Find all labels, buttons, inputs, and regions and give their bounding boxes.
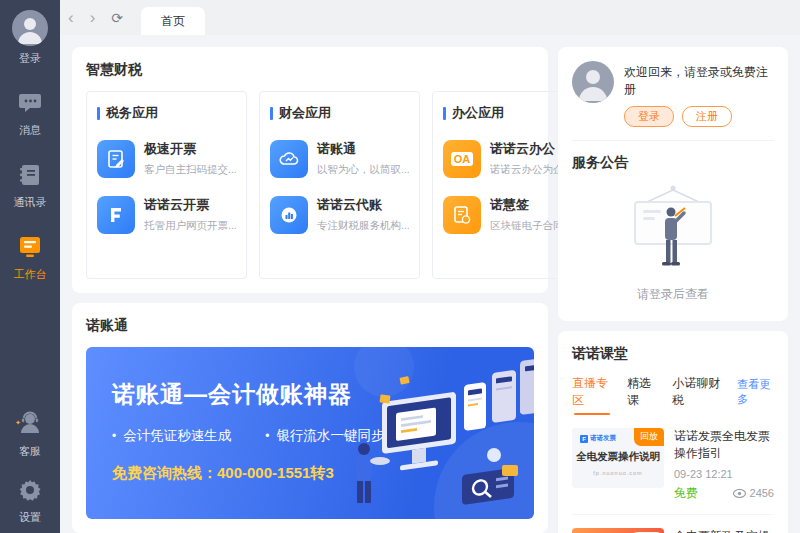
sidebar: 登录 消息 通讯录 工作台 客服 — [0, 0, 60, 533]
app-text: 诺诺云代账 专注财税服务机构... — [317, 196, 409, 233]
header-accent-bar — [97, 107, 100, 120]
content: 智慧财税 税务应用 极速开票 客户自主扫码提交... — [60, 35, 800, 533]
app-item-jisukaipiao[interactable]: 极速开票 客户自主扫码提交... — [97, 140, 236, 178]
welcome-text-block: 欢迎回来，请登录或免费注册 登录 注册 — [624, 61, 774, 127]
course-price: 免费 — [674, 485, 698, 502]
sidebar-item-login[interactable]: 登录 — [12, 10, 48, 66]
thumb-subtitle: fp.nuonuo.com — [593, 470, 642, 476]
notice-empty-text: 请登录后查看 — [572, 286, 774, 307]
classroom-title: 诺诺课堂 — [572, 345, 774, 363]
nuonuo-f-icon — [97, 196, 135, 234]
welcome-text: 欢迎回来，请登录或免费注册 — [624, 64, 774, 98]
banner-illustration — [344, 347, 534, 519]
tab-home[interactable]: 首页 — [141, 7, 205, 35]
topbar: ‹ › ⟳ 首页 — [60, 0, 800, 35]
view-more-link[interactable]: 查看更多 — [737, 377, 774, 413]
sidebar-item-settings[interactable]: 设置 — [19, 479, 41, 525]
nzt-banner[interactable]: 诺账通—会计做账神器 会计凭证秒速生成 银行流水一键同步 免费咨询热线：400-… — [86, 347, 534, 519]
thumb-brand-text: 诺诺发票 — [590, 434, 616, 443]
app-desc: 以智为心，以简驭... — [317, 163, 409, 177]
left-column: 智慧财税 税务应用 极速开票 客户自主扫码提交... — [72, 47, 548, 521]
course-thumbnail-2: 全电票新政 及实操解读 回放 — [572, 528, 664, 533]
refresh-button[interactable]: ⟳ — [103, 11, 131, 25]
replay-badge: 回放 — [634, 428, 664, 446]
nzt-card: 诺账通 诺账通—会计做账神器 会计凭证秒速生成 银行流水一键同步 免费咨询热线：… — [72, 303, 548, 533]
thumb-brand: F 诺诺发票 — [580, 434, 616, 443]
sidebar-contacts-label: 通讯录 — [14, 195, 47, 210]
app-column-tax: 税务应用 极速开票 客户自主扫码提交... — [86, 91, 247, 279]
column-header-label: 财会应用 — [279, 104, 331, 122]
classroom-card: 诺诺课堂 直播专区 精选课 小诺聊财税 查看更多 F 诺诺发票 — [558, 331, 788, 533]
views-count: 2456 — [750, 487, 774, 499]
user-avatar-icon — [12, 10, 48, 46]
course-time: 09-23 12:21 — [674, 468, 774, 480]
welcome-notice-card: 欢迎回来，请登录或免费注册 登录 注册 服务公告 — [558, 47, 788, 321]
divider — [572, 140, 774, 141]
nzt-title: 诺账通 — [86, 317, 534, 335]
tab-home-label: 首页 — [161, 13, 185, 30]
nuonuo-logo-icon: F — [580, 435, 588, 443]
sidebar-item-service[interactable]: 客服 — [17, 411, 43, 459]
sidebar-item-messages[interactable]: 消息 — [18, 92, 42, 138]
app-name: 极速开票 — [144, 140, 236, 158]
workbench-icon — [18, 236, 42, 262]
back-button[interactable]: ‹ — [60, 9, 82, 26]
cloud-icon — [270, 140, 308, 178]
thumb-title: 全电发票操作说明 — [576, 450, 660, 464]
app-column-finance: 财会应用 诺账通 以智为心，以简驭... — [259, 91, 420, 279]
app-item-yunkaipiao[interactable]: 诺诺云开票 托管用户网页开票... — [97, 196, 236, 234]
contacts-book-icon — [18, 164, 42, 190]
sidebar-item-workbench[interactable]: 工作台 — [14, 236, 47, 282]
course-body: 全电票新政及实操解读 07-12 14:00 ¥99.00 1514 — [674, 528, 774, 533]
welcome-avatar-icon — [572, 61, 614, 103]
column-header-label: 税务应用 — [106, 104, 158, 122]
header-accent-bar — [443, 107, 446, 120]
app-text: 诺账通 以智为心，以简驭... — [317, 140, 409, 177]
login-button[interactable]: 登录 — [624, 106, 674, 127]
column-header-label: 办公应用 — [452, 104, 504, 122]
smart-tax-title: 智慧财税 — [86, 61, 534, 79]
tab-live-zone[interactable]: 直播专区 — [572, 375, 612, 415]
course-item-1[interactable]: F 诺诺发票 全电发票操作说明 fp.nuonuo.com 回放 诺诺发票全电发… — [572, 415, 774, 515]
contract-seal-icon — [443, 196, 481, 234]
welcome-buttons: 登录 注册 — [624, 106, 774, 127]
register-button[interactable]: 注册 — [682, 106, 732, 127]
app-item-nuozhangtong[interactable]: 诺账通 以智为心，以简驭... — [270, 140, 409, 178]
sidebar-login-label: 登录 — [19, 51, 41, 66]
course-thumbnail-1: F 诺诺发票 全电发票操作说明 fp.nuonuo.com 回放 — [572, 428, 664, 488]
sidebar-messages-label: 消息 — [19, 123, 41, 138]
notice-illustration — [572, 182, 774, 278]
oa-icon-label: OA — [451, 152, 474, 166]
cloud-chart-icon — [270, 196, 308, 234]
notice-title: 服务公告 — [572, 154, 774, 172]
column-header: 财会应用 — [270, 104, 409, 122]
tab-tax-chat[interactable]: 小诺聊财税 — [672, 375, 722, 415]
header-accent-bar — [270, 107, 273, 120]
course-meta: 免费 2456 — [674, 485, 774, 502]
sidebar-workbench-label: 工作台 — [14, 267, 47, 282]
welcome-block: 欢迎回来，请登录或免费注册 登录 注册 — [572, 61, 774, 127]
classroom-tabs: 直播专区 精选课 小诺聊财税 查看更多 — [572, 375, 774, 415]
course-views: 2456 — [733, 487, 774, 499]
course-title: 全电票新政及实操解读 — [674, 528, 774, 533]
app-desc: 客户自主扫码提交... — [144, 163, 236, 177]
sidebar-settings-label: 设置 — [19, 510, 41, 525]
app-window: 登录 消息 通讯录 工作台 客服 — [0, 0, 800, 533]
sidebar-item-contacts[interactable]: 通讯录 — [14, 164, 47, 210]
invoice-doc-icon — [97, 140, 135, 178]
app-name: 诺诺云代账 — [317, 196, 409, 214]
eye-icon — [733, 489, 746, 498]
customer-service-icon — [17, 411, 43, 439]
course-body: 诺诺发票全电发票操作指引 09-23 12:21 免费 2456 — [674, 428, 774, 502]
app-item-yundaizhang[interactable]: 诺诺云代账 专注财税服务机构... — [270, 196, 409, 234]
app-desc: 托管用户网页开票... — [144, 219, 236, 233]
smart-tax-card: 智慧财税 税务应用 极速开票 客户自主扫码提交... — [72, 47, 548, 293]
tab-selected-courses[interactable]: 精选课 — [627, 375, 657, 415]
app-name: 诺账通 — [317, 140, 409, 158]
gear-icon — [19, 479, 41, 505]
forward-button[interactable]: › — [82, 9, 104, 26]
course-item-2[interactable]: 全电票新政 及实操解读 回放 全电票新政及实操解读 07-12 14:00 ¥9… — [572, 515, 774, 533]
course-title: 诺诺发票全电发票操作指引 — [674, 428, 774, 463]
right-column: 欢迎回来，请登录或免费注册 登录 注册 服务公告 — [558, 47, 788, 521]
sidebar-service-label: 客服 — [19, 444, 41, 459]
